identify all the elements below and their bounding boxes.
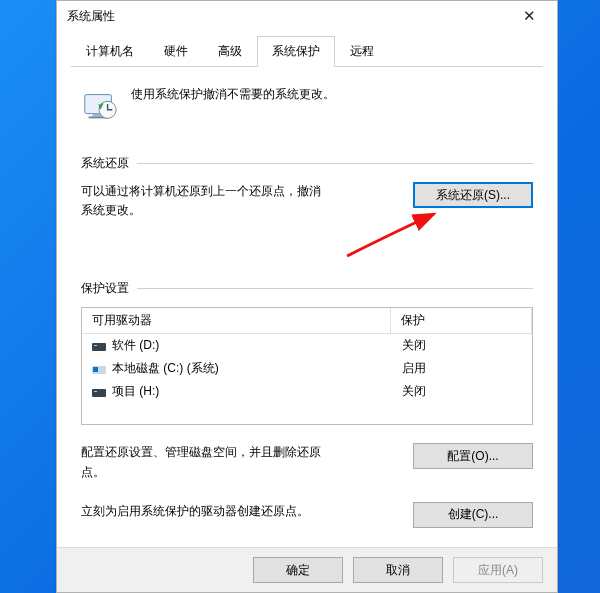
table-row[interactable]: 本地磁盘 (C:) (系统) 启用 xyxy=(82,357,532,380)
configure-button[interactable]: 配置(O)... xyxy=(413,443,533,469)
create-button[interactable]: 创建(C)... xyxy=(413,502,533,528)
tab-remote[interactable]: 远程 xyxy=(335,36,389,67)
tab-hardware[interactable]: 硬件 xyxy=(149,36,203,67)
window-title: 系统属性 xyxy=(67,8,115,25)
col-header-protection[interactable]: 保护 xyxy=(391,308,532,334)
svg-rect-6 xyxy=(94,345,97,346)
svg-rect-10 xyxy=(94,391,97,392)
apply-button[interactable]: 应用(A) xyxy=(453,557,543,583)
cancel-button[interactable]: 取消 xyxy=(353,557,443,583)
divider xyxy=(137,163,533,164)
intro-text: 使用系统保护撤消不需要的系统更改。 xyxy=(131,85,335,104)
system-protection-icon xyxy=(81,87,119,125)
svg-rect-5 xyxy=(92,343,106,351)
section-restore-heading: 系统还原 xyxy=(81,155,129,172)
dialog-footer: 确定 取消 应用(A) xyxy=(57,547,557,592)
tab-computer-name[interactable]: 计算机名 xyxy=(71,36,149,67)
restore-description: 可以通过将计算机还原到上一个还原点，撤消系统更改。 xyxy=(81,182,331,220)
table-row[interactable]: 项目 (H:) 关闭 xyxy=(82,380,532,403)
col-header-drive[interactable]: 可用驱动器 xyxy=(82,308,391,334)
drive-icon xyxy=(92,341,106,351)
section-protection-heading: 保护设置 xyxy=(81,280,129,297)
system-restore-button[interactable]: 系统还原(S)... xyxy=(413,182,533,208)
title-bar[interactable]: 系统属性 ✕ xyxy=(57,1,557,31)
svg-rect-8 xyxy=(93,367,98,372)
drive-icon xyxy=(92,364,106,374)
drive-table: 可用驱动器 保护 软件 (D:) 关闭 xyxy=(81,307,533,425)
system-properties-dialog: 系统属性 ✕ 计算机名 硬件 高级 系统保护 远程 使用系统保护 xyxy=(56,0,558,593)
close-icon[interactable]: ✕ xyxy=(507,2,551,30)
tab-bar: 计算机名 硬件 高级 系统保护 远程 xyxy=(71,35,543,67)
tab-system-protection[interactable]: 系统保护 xyxy=(257,36,335,67)
drive-icon xyxy=(92,387,106,397)
configure-description: 配置还原设置、管理磁盘空间，并且删除还原点。 xyxy=(81,443,341,481)
table-row[interactable]: 软件 (D:) 关闭 xyxy=(82,334,532,357)
svg-rect-9 xyxy=(92,389,106,397)
divider xyxy=(137,288,533,289)
create-description: 立刻为启用系统保护的驱动器创建还原点。 xyxy=(81,502,309,521)
ok-button[interactable]: 确定 xyxy=(253,557,343,583)
tab-advanced[interactable]: 高级 xyxy=(203,36,257,67)
